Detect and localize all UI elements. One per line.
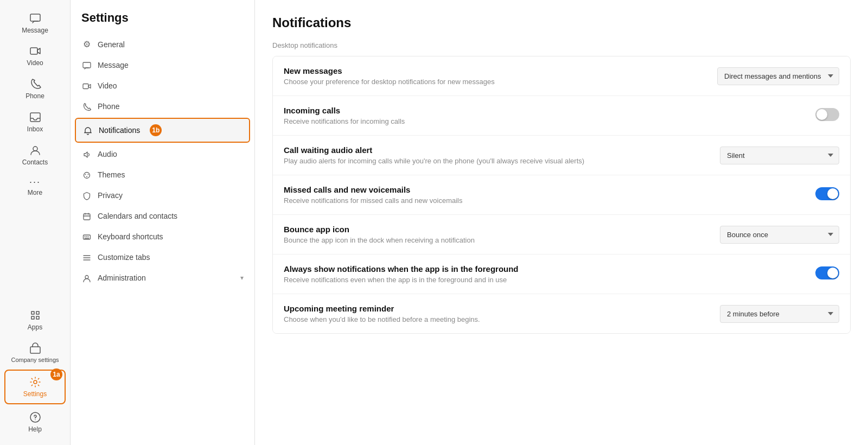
calendars-menu-icon [81,211,92,221]
row-bounce-icon-desc: Bounce the app icon in the dock when rec… [284,236,709,244]
menu-label-video: Video [98,81,117,90]
menu-item-customize[interactable]: Customize tabs [71,247,254,268]
ph-menu-icon [81,101,92,111]
nav-item-help[interactable]: Help [0,405,70,438]
nav-label-video: Video [27,59,43,67]
menu-label-general: General [98,40,125,49]
contacts-icon [29,144,41,156]
apps-icon [29,309,41,321]
nav-item-settings[interactable]: Settings 1a [4,370,66,405]
menu-item-video[interactable]: Video [71,75,254,96]
svg-point-16 [85,275,88,278]
page-title: Notifications [272,15,851,30]
row-call-waiting-control: Silent Default Chime [720,147,839,164]
customize-menu-icon [81,252,92,262]
admin-expand-arrow: ▾ [240,274,244,282]
video-icon [29,45,41,58]
row-meeting-reminder-title: Upcoming meeting reminder [284,304,709,313]
privacy-menu-icon [81,190,92,200]
menu-item-message[interactable]: Message [71,55,254,75]
foreground-toggle-knob [827,268,838,278]
row-call-waiting-title: Call waiting audio alert [284,145,709,155]
nav-item-phone[interactable]: Phone [0,72,70,105]
nav-bar: Message Video Phone Inbox [0,0,71,445]
message-icon [29,12,41,24]
incoming-calls-toggle[interactable] [815,108,839,121]
row-call-waiting-info: Call waiting audio alert Play audio aler… [284,145,720,165]
svg-point-13 [86,176,87,177]
company-settings-icon [29,342,41,354]
svg-rect-4 [30,347,40,353]
nav-item-contacts[interactable]: Contacts [0,138,70,171]
settings-sidebar-title: Settings [71,11,254,34]
section-label: Desktop notifications [272,41,851,49]
svg-rect-8 [83,62,91,68]
menu-item-keyboard[interactable]: Keyboard shortcuts [71,226,254,247]
row-foreground-info: Always show notifications when the app i… [284,264,815,284]
svg-point-5 [34,380,37,384]
menu-item-phone[interactable]: Phone [71,96,254,117]
nav-item-company-settings[interactable]: Company settings [0,336,70,368]
row-bounce-icon-control: Bounce once Bounce continuously Don't bo… [720,226,839,244]
row-incoming-calls: Incoming calls Receive notifications for… [273,96,850,136]
row-new-messages: New messages Choose your preference for … [273,56,850,96]
menu-item-privacy[interactable]: Privacy [71,185,254,206]
menu-label-administration: Administration [98,274,146,282]
nav-item-apps[interactable]: Apps [0,303,70,336]
row-missed-calls-info: Missed calls and new voicemails Receive … [284,185,815,205]
call-waiting-select[interactable]: Silent Default Chime [720,147,839,164]
missed-calls-toggle-knob [827,188,838,199]
svg-rect-1 [30,48,37,54]
row-incoming-calls-title: Incoming calls [284,106,805,115]
svg-point-3 [33,147,37,151]
nav-label-contacts: Contacts [22,158,48,166]
nav-item-inbox[interactable]: Inbox [0,105,70,138]
svg-point-7 [35,419,36,421]
menu-label-phone: Phone [98,102,119,111]
row-new-messages-info: New messages Choose your preference for … [284,66,717,86]
new-messages-select[interactable]: Direct messages and mentions All message… [717,67,839,85]
row-meeting-reminder-info: Upcoming meeting reminder Choose when yo… [284,304,720,323]
nav-item-more[interactable]: ··· More [0,171,70,202]
row-meeting-reminder-control: 2 minutes before 5 minutes before 10 min… [720,305,839,323]
row-missed-calls-title: Missed calls and new voicemails [284,185,805,194]
missed-calls-toggle[interactable] [815,187,839,200]
meeting-reminder-select[interactable]: 2 minutes before 5 minutes before 10 min… [720,305,839,323]
settings-sidebar: Settings ⚙ General Message Video Phone N… [71,0,255,445]
menu-item-administration[interactable]: Administration ▾ [71,268,254,288]
menu-label-keyboard: Keyboard shortcuts [98,232,163,241]
nav-label-more: More [28,189,42,196]
menu-item-general[interactable]: ⚙ General [71,34,254,55]
phone-icon [29,78,41,90]
nav-label-phone: Phone [25,92,44,100]
bounce-icon-select[interactable]: Bounce once Bounce continuously Don't bo… [720,226,839,244]
menu-item-audio[interactable]: Audio [71,144,254,164]
menu-item-themes[interactable]: Themes [71,164,254,185]
foreground-toggle[interactable] [815,266,839,279]
nav-label-help: Help [28,425,42,433]
badge-1b: 1b [150,124,162,136]
nav-label-settings: Settings [23,390,47,398]
row-missed-calls-desc: Receive notifications for missed calls a… [284,196,805,205]
settings-gear-icon [29,376,41,389]
inbox-icon [29,111,41,123]
row-incoming-calls-control [815,108,839,123]
menu-label-audio: Audio [98,150,117,158]
nav-item-message[interactable]: Message [0,7,70,40]
more-icon: ··· [29,177,41,187]
nav-label-company-settings: Company settings [9,357,61,363]
nav-label-message: Message [22,27,48,34]
row-new-messages-control: Direct messages and mentions All message… [717,67,839,85]
row-meeting-reminder: Upcoming meeting reminder Choose when yo… [273,294,850,333]
svg-rect-0 [30,14,40,21]
menu-label-message: Message [98,61,129,69]
incoming-calls-toggle-knob [816,109,827,120]
menu-item-notifications[interactable]: Notifications 1b [75,118,250,143]
help-icon [29,411,41,423]
menu-item-calendars[interactable]: Calendars and contacts [71,206,254,226]
row-call-waiting: Call waiting audio alert Play audio aler… [273,136,850,175]
svg-rect-9 [83,84,88,88]
row-foreground-control [815,266,839,282]
nav-item-video[interactable]: Video [0,40,70,73]
vid-menu-icon [81,81,92,91]
